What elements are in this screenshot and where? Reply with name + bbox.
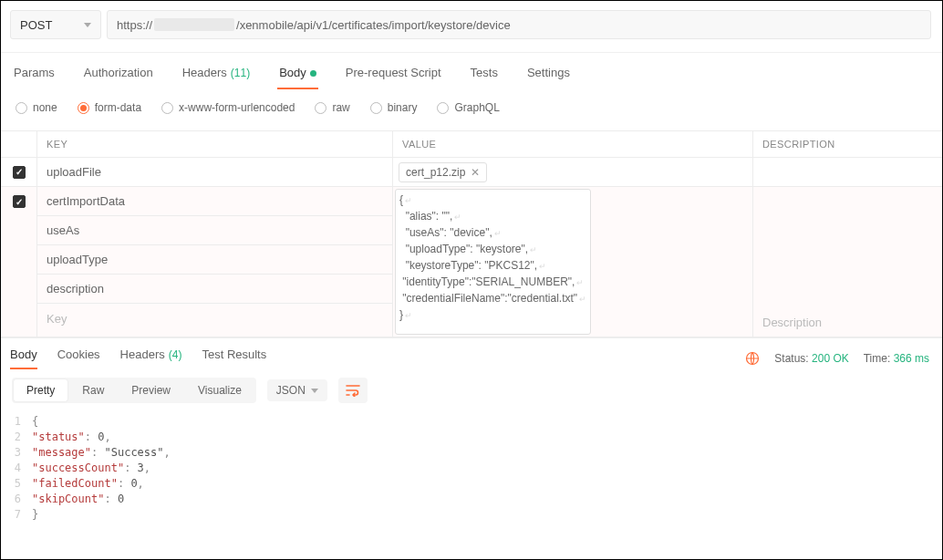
response-meta: Status: 200 OK Time: 366 ms: [745, 351, 929, 366]
radio-icon: [370, 102, 382, 114]
chevron-down-icon: [311, 389, 318, 393]
view-raw-button[interactable]: Raw: [69, 379, 117, 401]
checkbox-icon: [13, 166, 26, 179]
col-key-header: KEY: [37, 131, 393, 157]
radio-form-data[interactable]: form-data: [78, 101, 141, 114]
url-suffix: /xenmobile/api/v1/certificates/import/ke…: [236, 18, 511, 32]
tab-authorization[interactable]: Authorization: [82, 62, 155, 88]
view-mode-group: Pretty Raw Preview Visualize: [12, 378, 256, 403]
http-method-label: POST: [20, 18, 52, 32]
request-tabs: Params Authorization Headers(11) Body Pr…: [1, 53, 942, 88]
url-input[interactable]: https:///xenmobile/api/v1/certificates/i…: [107, 10, 931, 39]
chevron-down-icon: [84, 23, 91, 27]
url-obscured-host: [154, 18, 234, 31]
desc-cell[interactable]: Description: [753, 307, 942, 337]
resp-tab-tests[interactable]: Test Results: [202, 347, 266, 368]
body-modified-indicator-icon: [310, 70, 316, 77]
response-body-code[interactable]: 1{2 "status": 0,3 "message": "Success",4…: [1, 410, 942, 523]
close-icon[interactable]: ✕: [471, 166, 480, 179]
body-type-radios: none form-data x-www-form-urlencoded raw…: [1, 88, 942, 130]
url-prefix: https://: [117, 18, 152, 32]
checkbox-icon: [13, 195, 26, 208]
request-url-bar: POST https:///xenmobile/api/v1/certifica…: [1, 1, 942, 53]
status-value: 200 OK: [812, 352, 849, 365]
col-value-header: VALUE: [393, 131, 753, 157]
row-checkbox-cell[interactable]: [1, 187, 37, 337]
format-label: JSON: [276, 384, 306, 397]
value-cell: {↵ "alias": "",↵ "useAs": "device",↵ "up…: [393, 187, 753, 337]
wrap-icon: [346, 384, 360, 397]
key-cell[interactable]: useAs: [37, 216, 392, 245]
tab-params[interactable]: Params: [12, 62, 57, 88]
radio-icon: [437, 102, 449, 114]
response-bar: Body Cookies Headers(4) Test Results Sta…: [1, 337, 942, 368]
resp-tab-headers[interactable]: Headers(4): [120, 347, 182, 368]
resp-headers-count: (4): [169, 348, 182, 361]
col-desc-header: DESCRIPTION: [753, 131, 942, 157]
http-method-select[interactable]: POST: [10, 10, 101, 39]
radio-raw[interactable]: raw: [315, 101, 349, 114]
key-placeholder: Key: [47, 312, 67, 326]
json-value-content: {↵ "alias": "",↵ "useAs": "device",↵ "up…: [396, 190, 590, 327]
time-label: Time: 366 ms: [864, 352, 929, 365]
table-row: certImportData useAs uploadType descript…: [1, 187, 942, 337]
row-checkbox-cell[interactable]: [1, 158, 37, 186]
json-value-textarea[interactable]: {↵ "alias": "",↵ "useAs": "device",↵ "up…: [395, 189, 591, 335]
value-cell[interactable]: cert_p12.zip ✕: [393, 158, 753, 186]
response-toolbar: Pretty Raw Preview Visualize JSON: [1, 368, 942, 410]
radio-icon: [78, 102, 89, 114]
tab-body[interactable]: Body: [277, 62, 318, 88]
file-chip-label: cert_p12.zip: [406, 166, 465, 179]
key-stack: certImportData useAs uploadType descript…: [37, 187, 393, 337]
status-label: Status: 200 OK: [774, 352, 848, 365]
key-cell[interactable]: uploadType: [37, 245, 392, 275]
radio-icon: [315, 102, 326, 114]
headers-count: (11): [231, 67, 250, 79]
radio-graphql[interactable]: GraphQL: [437, 101, 499, 114]
view-visualize-button[interactable]: Visualize: [185, 379, 254, 401]
key-cell[interactable]: Key: [37, 304, 392, 333]
desc-placeholder: Description: [762, 316, 822, 329]
desc-stack: Description: [753, 187, 942, 337]
response-tabs: Body Cookies Headers(4) Test Results: [10, 347, 266, 368]
wrap-lines-button[interactable]: [338, 378, 368, 403]
resp-tab-body[interactable]: Body: [10, 347, 37, 368]
view-preview-button[interactable]: Preview: [119, 379, 183, 401]
file-chip[interactable]: cert_p12.zip ✕: [399, 162, 487, 182]
tab-prerequest[interactable]: Pre-request Script: [344, 62, 443, 88]
globe-icon: [745, 351, 760, 366]
radio-none[interactable]: none: [16, 101, 57, 114]
radio-xwww[interactable]: x-www-form-urlencoded: [161, 101, 295, 114]
view-pretty-button[interactable]: Pretty: [14, 379, 67, 401]
key-cell[interactable]: uploadFile: [37, 158, 393, 186]
tab-tests[interactable]: Tests: [469, 62, 500, 88]
resp-tab-cookies[interactable]: Cookies: [57, 347, 100, 368]
kv-header-row: KEY VALUE DESCRIPTION: [1, 131, 942, 158]
table-row: uploadFile cert_p12.zip ✕: [1, 158, 942, 187]
key-cell[interactable]: certImportData: [37, 187, 392, 216]
format-select[interactable]: JSON: [267, 379, 327, 401]
radio-icon: [161, 102, 173, 114]
tab-headers[interactable]: Headers(11): [181, 62, 252, 88]
time-value: 366 ms: [894, 352, 929, 365]
radio-icon: [16, 102, 27, 114]
radio-binary[interactable]: binary: [370, 101, 418, 114]
desc-cell[interactable]: [753, 158, 942, 186]
key-cell[interactable]: description: [37, 275, 392, 304]
form-data-table: KEY VALUE DESCRIPTION uploadFile cert_p1…: [1, 130, 942, 337]
col-check-header: [1, 131, 37, 157]
tab-settings[interactable]: Settings: [525, 62, 572, 88]
